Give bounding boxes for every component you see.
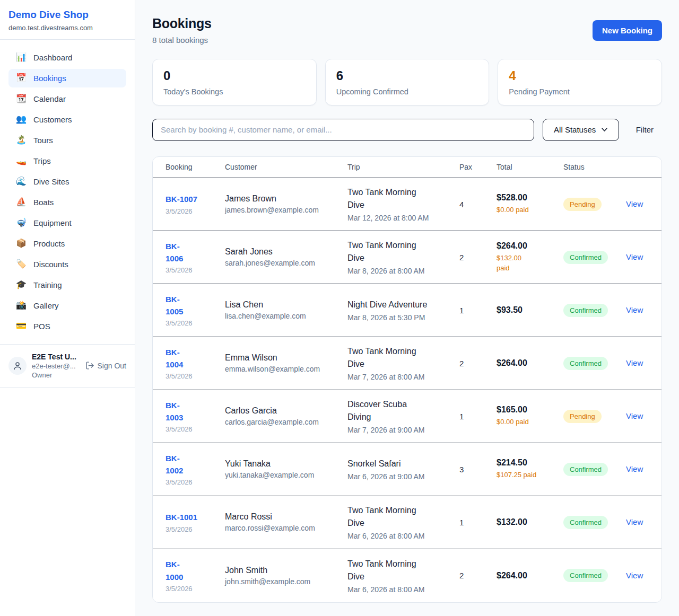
page-header: Bookings 8 total bookings New Booking	[152, 16, 662, 45]
total-cell: $264.00	[497, 358, 555, 368]
view-link[interactable]: View	[626, 517, 643, 526]
table-body: BK-10073/5/2026James Brownjames.brown@ex…	[153, 178, 661, 602]
booking-cell: BK-10003/5/2026	[166, 558, 216, 593]
trip-cell: Two Tank Morning DiveMar 12, 2026 at 8:0…	[347, 186, 451, 222]
sidebar-item-pos[interactable]: 💳POS	[8, 317, 126, 336]
sidebar-item-boats[interactable]: ⛵Boats	[8, 193, 126, 212]
actions-cell: View	[626, 252, 649, 262]
status-filter-select[interactable]: All Statuses	[543, 119, 619, 141]
trip-datetime: Mar 8, 2026 at 5:30 PM	[347, 313, 451, 322]
booking-id-link[interactable]: BK-1003	[166, 399, 189, 424]
sidebar-item-gallery[interactable]: 📸Gallery	[8, 296, 126, 315]
booking-date: 3/5/2026	[166, 585, 216, 593]
booking-id-link[interactable]: BK-1004	[166, 346, 189, 371]
customer-cell: Carlos Garciacarlos.garcia@example.com	[225, 406, 339, 426]
sidebar-item-label: Dashboard	[33, 53, 72, 62]
status-badge: Confirmed	[563, 251, 608, 264]
booking-id-link[interactable]: BK-1006	[166, 240, 189, 265]
table-row: BK-10063/5/2026Sarah Jonessarah.jones@ex…	[153, 231, 661, 284]
trip-name: Two Tank Morning Dive	[347, 186, 427, 212]
status-badge: Confirmed	[563, 516, 608, 529]
status-cell: Confirmed	[563, 304, 617, 317]
sidebar-nav: 📊Dashboard📅Bookings📆Calendar👥Customers🏝️…	[0, 40, 135, 344]
trip-cell: Two Tank Morning DiveMar 6, 2026 at 8:00…	[347, 504, 451, 540]
paid-amount: $0.00 paid	[497, 205, 555, 215]
sidebar-item-label: Bookings	[33, 74, 66, 83]
filter-button[interactable]: Filter	[628, 125, 662, 134]
col-header-customer: Customer	[225, 163, 339, 171]
booking-id-link[interactable]: BK-1001	[166, 511, 197, 523]
booking-id-link[interactable]: BK-1007	[166, 193, 197, 205]
status-cell: Pending	[563, 410, 617, 423]
booking-date: 3/5/2026	[166, 266, 216, 274]
trip-cell: Discover Scuba DivingMar 7, 2026 at 9:00…	[347, 398, 451, 434]
actions-cell: View	[626, 464, 649, 474]
sidebar-item-label: Training	[33, 280, 62, 289]
sidebar-item-products[interactable]: 📦Products	[8, 234, 126, 253]
user-info: E2E Test U... e2e-tester@... Owner	[32, 353, 80, 379]
sign-out-button[interactable]: Sign Out	[85, 361, 126, 370]
booking-date: 3/5/2026	[166, 425, 216, 433]
pax-count: 2	[459, 571, 488, 580]
view-link[interactable]: View	[626, 305, 643, 314]
sidebar-item-dashboard[interactable]: 📊Dashboard	[8, 48, 126, 67]
status-badge: Pending	[563, 410, 602, 423]
shop-name: Demo Dive Shop	[8, 9, 126, 21]
sidebar-item-calendar[interactable]: 📆Calendar	[8, 90, 126, 108]
status-cell: Confirmed	[563, 463, 617, 476]
paid-amount: $107.25 paid	[497, 470, 555, 480]
customer-name: Yuki Tanaka	[225, 459, 339, 469]
pax-count: 1	[459, 306, 488, 315]
view-link[interactable]: View	[626, 464, 643, 473]
booking-id-link[interactable]: BK-1000	[166, 558, 189, 583]
sidebar-item-customers[interactable]: 👥Customers	[8, 110, 126, 129]
table-row: BK-10023/5/2026Yuki Tanakayuki.tanaka@ex…	[153, 443, 661, 496]
new-booking-button[interactable]: New Booking	[593, 20, 662, 41]
discounts-icon: 🏷️	[16, 260, 27, 268]
sidebar-item-equipment[interactable]: 🤿Equipment	[8, 214, 126, 232]
sidebar-item-label: Trips	[33, 156, 51, 165]
trip-name: Discover Scuba Diving	[347, 398, 427, 424]
table-row: BK-10013/5/2026Marco Rossimarco.rossi@ex…	[153, 496, 661, 549]
sidebar-item-dive-sites[interactable]: 🌊Dive Sites	[8, 172, 126, 191]
booking-date: 3/5/2026	[166, 319, 216, 327]
booking-id-link[interactable]: BK-1002	[166, 452, 189, 477]
view-link[interactable]: View	[626, 571, 643, 580]
sidebar-item-trips[interactable]: 🚤Trips	[8, 152, 126, 170]
trip-cell: Two Tank Morning DiveMar 7, 2026 at 8:00…	[347, 345, 451, 381]
stat-label: Upcoming Confirmed	[336, 87, 478, 96]
sign-out-label: Sign Out	[98, 362, 126, 370]
customer-cell: James Brownjames.brown@example.com	[225, 194, 339, 214]
booking-id-link[interactable]: BK-1005	[166, 293, 189, 318]
sidebar-item-discounts[interactable]: 🏷️Discounts	[8, 255, 126, 274]
view-link[interactable]: View	[626, 358, 643, 367]
trip-datetime: Mar 8, 2026 at 8:00 AM	[347, 267, 451, 275]
stats-cards: 0 Today's Bookings 6 Upcoming Confirmed …	[152, 59, 662, 105]
view-link[interactable]: View	[626, 252, 643, 261]
booking-cell: BK-10063/5/2026	[166, 240, 216, 275]
actions-cell: View	[626, 517, 649, 527]
pax-count: 3	[459, 465, 488, 474]
view-link[interactable]: View	[626, 199, 643, 208]
sidebar-item-training[interactable]: 🎓Training	[8, 276, 126, 294]
trip-datetime: Mar 6, 2026 at 8:00 AM	[347, 532, 451, 540]
bookings-table: BookingCustomerTripPaxTotalStatus BK-100…	[152, 156, 662, 603]
trip-datetime: Mar 7, 2026 at 8:00 AM	[347, 373, 451, 381]
sidebar-item-label: Equipment	[33, 218, 72, 227]
sidebar-item-bookings[interactable]: 📅Bookings	[8, 69, 126, 87]
sidebar-item-tours[interactable]: 🏝️Tours	[8, 131, 126, 149]
customer-name: John Smith	[225, 566, 339, 575]
total-cell: $528.00$0.00 paid	[497, 193, 555, 215]
table-row: BK-10043/5/2026Emma Wilsonemma.wilson@ex…	[153, 337, 661, 390]
equipment-icon: 🤿	[16, 218, 27, 227]
booking-cell: BK-10073/5/2026	[166, 193, 216, 215]
total-amount: $165.00	[497, 405, 555, 415]
pax-count: 2	[459, 253, 488, 262]
booking-cell: BK-10053/5/2026	[166, 293, 216, 328]
actions-cell: View	[626, 305, 649, 315]
shop-domain: demo.test.divestreams.com	[8, 24, 126, 32]
status-cell: Confirmed	[563, 357, 617, 370]
view-link[interactable]: View	[626, 411, 643, 420]
sidebar-item-label: Products	[33, 239, 65, 248]
search-input[interactable]	[152, 119, 534, 141]
